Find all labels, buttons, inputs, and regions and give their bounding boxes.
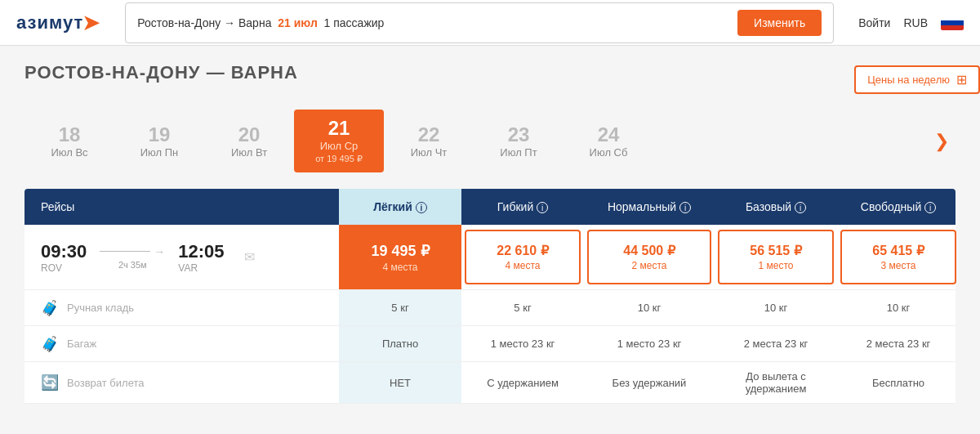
table-row: 09:30 ROV → 2ч 35м 12:05 VAR ✉ 19 495 ₽ … [24,225,956,290]
search-bar[interactable]: Ростов-на-Дону → Варна 21 июл 1 пассажир… [125,2,834,43]
date-item-19[interactable]: 19 Июл Пн [114,116,204,167]
calendar-icon: ⊞ [956,72,967,87]
sub-row-label: 🧳Багаж [24,326,339,361]
sub-cell-4: 10 кг [837,290,960,325]
price-amount: 44 500 ₽ [623,243,675,258]
sub-cell-0: НЕТ [339,362,461,403]
price-cell-0[interactable]: 19 495 ₽ 4 места [339,225,461,289]
dates-row: 18 Июл Вс 19 Июл Пн 20 Июл Вт 21 Июл Ср … [24,110,928,172]
price-amount: 56 515 ₽ [750,243,801,258]
info-icon[interactable]: i [924,202,936,213]
sub-row-label-text: Ручная кладь [67,302,134,314]
col-header-base: Базовыйi [715,189,837,225]
sub-row-0: 🧳Ручная кладь5 кг5 кг10 кг10 кг10 кг [24,290,956,326]
col-header-flex: Гибкийi [461,189,584,225]
price-seats: 4 места [383,262,418,273]
date-month-day: Июл Чт [411,146,448,159]
departure-code: ROV [41,262,87,274]
col-header-free: Свободныйi [837,189,960,225]
flight-duration-block: → 2ч 35м [100,245,165,270]
date-number: 22 [418,124,440,145]
search-date: 21 июл [278,16,318,29]
price-amount: 22 610 ₽ [497,243,548,258]
date-month-day: Июл Сб [590,146,628,159]
flight-info-cell: 09:30 ROV → 2ч 35м 12:05 VAR ✉ [24,225,339,289]
login-button[interactable]: Войти [858,16,890,29]
flights-table: РейсыЛёгкийiГибкийiНормальныйiБазовыйiСв… [24,189,956,404]
sub-cell-0: 5 кг [339,290,461,325]
price-amount: 65 415 ₽ [872,243,924,258]
price-amount: 19 495 ₽ [371,242,429,260]
flag-icon [941,16,964,30]
date-item-23[interactable]: 23 Июл Пт [474,116,564,167]
sub-cell-0: Платно [339,326,461,361]
week-price-label: Цены на неделю [867,74,950,86]
currency-selector[interactable]: RUB [903,16,928,29]
date-item-18[interactable]: 18 Июл Вс [24,116,114,167]
info-icon[interactable]: i [679,202,691,213]
next-date-arrow[interactable]: ❯ [928,131,956,152]
logo: азимут ➤ [16,9,100,36]
date-month-day: Июл Пт [500,146,537,159]
arrow-icon: → [154,245,165,258]
sub-row-1: 🧳БагажПлатно1 место 23 кг1 место 23 кг2 … [24,326,956,362]
date-item-21[interactable]: 21 Июл Ср от 19 495 ₽ [294,110,384,172]
sub-cell-3: До вылета с удержанием [715,362,837,403]
date-month-day: Июл Вс [51,146,87,159]
duration-text: 2ч 35м [118,260,147,270]
sub-cell-1: С удержанием [461,362,584,403]
header: азимут ➤ Ростов-на-Дону → Варна 21 июл 1… [0,0,980,46]
search-passengers: 1 пассажир [324,16,385,29]
date-number: 23 [508,124,530,145]
date-number: 21 [328,118,350,139]
date-month-day: Июл Ср [320,140,359,152]
sub-row-icon: 🧳 [41,299,59,317]
change-search-button[interactable]: Изменить [737,10,822,36]
date-item-20[interactable]: 20 Июл Вт [204,116,294,167]
date-item-24[interactable]: 24 Июл Сб [564,116,653,167]
sub-row-icon: 🧳 [41,335,59,353]
price-cell-3[interactable]: 56 515 ₽ 1 место [718,230,834,284]
info-icon[interactable]: i [537,202,548,213]
sub-row-label-text: Багаж [67,338,96,350]
date-number: 24 [598,124,620,145]
sub-row-label: 🔄Возврат билета [24,362,339,403]
route-title: РОСТОВ-НА-ДОНУ — ВАРНА [24,62,298,83]
sub-cell-3: 2 места 23 кг [715,326,837,361]
date-month-day: Июл Пн [140,146,179,159]
price-cell-2[interactable]: 44 500 ₽ 2 места [587,230,711,284]
sub-row-label: 🧳Ручная кладь [24,290,339,325]
price-seats: 4 места [506,260,541,271]
sub-cell-1: 5 кг [461,290,584,325]
arrival-code: VAR [178,262,224,274]
info-icon[interactable]: i [416,202,427,213]
col-header-normal: Нормальныйi [584,189,715,225]
sub-cell-2: Без удержаний [584,362,715,403]
sub-cell-1: 1 место 23 кг [461,326,584,361]
date-item-22[interactable]: 22 Июл Чт [384,116,474,167]
price-seats: 1 место [759,260,794,271]
col-header-flights: Рейсы [24,189,339,225]
date-price: от 19 495 ₽ [315,154,363,164]
week-price-button[interactable]: Цены на неделю ⊞ [854,65,980,94]
arrival-time: 12:05 [178,241,224,262]
date-month-day: Июл Вт [231,146,267,159]
header-right: Войти RUB [858,16,964,30]
info-icon[interactable]: i [795,202,806,213]
price-seats: 2 места [632,260,667,271]
sub-cell-2: 10 кг [584,290,715,325]
date-navigation: 18 Июл Вс 19 Июл Пн 20 Июл Вт 21 Июл Ср … [24,110,956,172]
table-header: РейсыЛёгкийiГибкийiНормальныйiБазовыйiСв… [24,189,956,225]
date-number: 19 [149,124,171,145]
message-icon: ✉ [244,249,255,265]
date-number: 20 [238,124,261,145]
col-header-easy: Лёгкийi [339,189,461,225]
sub-cell-3: 10 кг [715,290,837,325]
price-cell-1[interactable]: 22 610 ₽ 4 места [465,230,581,284]
sub-cell-4: 2 места 23 кг [837,326,960,361]
arrival-block: 12:05 VAR [178,241,224,274]
price-cell-4[interactable]: 65 415 ₽ 3 места [840,230,956,284]
logo-arrow-icon: ➤ [82,9,100,36]
price-seats: 3 места [881,260,916,271]
sub-row-label-text: Возврат билета [67,377,145,389]
